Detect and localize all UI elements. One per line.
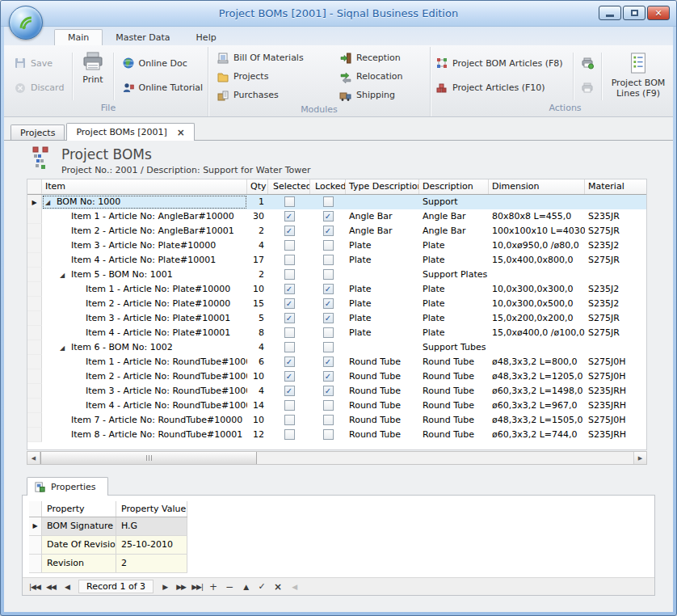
- maximize-button[interactable]: [623, 6, 645, 20]
- last-record-button[interactable]: ▶▶|: [190, 580, 204, 593]
- quick-print-button[interactable]: [577, 53, 598, 73]
- selected-checkbox[interactable]: [284, 196, 295, 207]
- column-header-description[interactable]: Description: [419, 179, 489, 194]
- row-selector[interactable]: [27, 413, 42, 428]
- table-row[interactable]: Item 2 - Article No: AngleBar#100012✓✓An…: [27, 224, 646, 238]
- locked-checkbox[interactable]: [323, 327, 334, 338]
- row-selector[interactable]: [27, 209, 42, 224]
- scrollbar-thumb[interactable]: [40, 452, 257, 464]
- horizontal-scrollbar[interactable]: ◀ ▶: [27, 451, 647, 465]
- table-row[interactable]: ◢Item 6 - BOM No: 10024Support Tubes: [27, 340, 646, 355]
- locked-checkbox[interactable]: ✓: [323, 371, 334, 382]
- selected-checkbox[interactable]: ✓: [284, 386, 295, 396]
- tab-help[interactable]: Help: [183, 30, 229, 45]
- selected-checkbox[interactable]: ✓: [284, 298, 295, 309]
- tab-properties[interactable]: Properties: [27, 477, 108, 496]
- edit-record-button[interactable]: ▲: [238, 580, 253, 593]
- column-header-qty[interactable]: Qty: [247, 179, 268, 194]
- close-button[interactable]: ✕: [647, 6, 670, 20]
- property-value-cell[interactable]: 2: [116, 555, 187, 572]
- selected-checkbox[interactable]: [284, 429, 295, 440]
- property-row-selector[interactable]: [29, 536, 42, 554]
- column-header-locked[interactable]: Locked: [310, 179, 346, 194]
- column-header-selected[interactable]: Selected: [268, 179, 310, 194]
- locked-checkbox[interactable]: ✓: [323, 386, 334, 396]
- purchases-button[interactable]: Purchases: [212, 86, 334, 104]
- selected-checkbox[interactable]: [284, 400, 295, 411]
- doc-tab-projects[interactable]: Projects: [11, 124, 65, 140]
- table-row[interactable]: Item 7 - Article No: RoundTube#1000010Ro…: [27, 413, 646, 428]
- selected-checkbox[interactable]: [284, 269, 295, 280]
- selected-checkbox[interactable]: ✓: [284, 371, 295, 382]
- selected-checkbox[interactable]: ✓: [284, 357, 295, 367]
- column-header-dimension[interactable]: Dimension: [489, 179, 585, 194]
- next-record-button[interactable]: ▶: [158, 580, 172, 593]
- selected-checkbox[interactable]: [284, 327, 295, 338]
- row-selector[interactable]: [27, 340, 42, 355]
- table-row[interactable]: Item 8 - Article No: RoundTube#1000112Ro…: [27, 428, 646, 442]
- expand-icon[interactable]: ◢: [60, 268, 71, 282]
- property-row[interactable]: Date Of Revision25-10-2010: [29, 536, 187, 555]
- projects-button[interactable]: Projects: [212, 67, 334, 86]
- row-selector[interactable]: [27, 238, 42, 253]
- property-row-selector[interactable]: [29, 555, 42, 572]
- locked-checkbox[interactable]: [323, 400, 334, 411]
- scroll-left-button[interactable]: ◀: [27, 452, 40, 464]
- locked-checkbox[interactable]: ✓: [323, 298, 334, 309]
- row-selector[interactable]: [27, 399, 42, 413]
- row-selector[interactable]: [27, 384, 42, 399]
- table-row[interactable]: ▶◢BOM No: 10001Support: [27, 195, 646, 209]
- column-header-property-value[interactable]: Property Value: [116, 501, 187, 517]
- locked-checkbox[interactable]: ✓: [323, 211, 334, 222]
- project-bom-articles-button[interactable]: Project BOM Articles (F8): [431, 55, 570, 71]
- row-selector[interactable]: [27, 369, 42, 384]
- table-row[interactable]: Item 4 - Article No: RoundTube#1000114Ro…: [27, 399, 646, 413]
- first-record-button[interactable]: |◀◀: [27, 580, 42, 593]
- shipping-button[interactable]: Shipping: [334, 86, 430, 104]
- row-selector[interactable]: [27, 253, 42, 268]
- print-button[interactable]: Print: [76, 49, 110, 103]
- row-selector[interactable]: [27, 282, 42, 297]
- locked-checkbox[interactable]: [323, 415, 334, 425]
- locked-checkbox[interactable]: ✓: [323, 357, 334, 367]
- column-header-property[interactable]: Property: [42, 501, 116, 517]
- property-value-cell[interactable]: 25-10-2010: [116, 536, 187, 554]
- next-page-button[interactable]: ▶▶: [174, 580, 188, 593]
- selected-checkbox[interactable]: [284, 255, 295, 265]
- minimize-button[interactable]: [599, 6, 621, 20]
- selected-checkbox[interactable]: [284, 342, 295, 352]
- prev-page-button[interactable]: ◀◀: [44, 580, 58, 593]
- append-record-button[interactable]: +: [206, 580, 221, 593]
- table-row[interactable]: Item 4 - Article No: Plate#100018PlatePl…: [27, 326, 646, 340]
- property-row-selector[interactable]: ▶: [29, 517, 42, 535]
- selected-checkbox[interactable]: ✓: [284, 284, 295, 294]
- locked-checkbox[interactable]: [323, 255, 334, 265]
- row-selector[interactable]: [27, 355, 42, 369]
- table-row[interactable]: Item 1 - Article No: Plate#1000010✓✓Plat…: [27, 282, 646, 297]
- selected-checkbox[interactable]: [284, 240, 295, 251]
- expand-icon[interactable]: ◢: [60, 341, 71, 355]
- row-selector[interactable]: [27, 326, 42, 340]
- table-row[interactable]: Item 4 - Article No: Plate#1000117PlateP…: [27, 253, 646, 268]
- relocation-button[interactable]: Relocation: [334, 67, 430, 86]
- row-selector[interactable]: [27, 297, 42, 311]
- table-row[interactable]: Item 3 - Article No: Plate#100015✓✓Plate…: [27, 311, 646, 326]
- expand-icon[interactable]: ◢: [45, 196, 57, 209]
- online-tutorial-button[interactable]: Online Tutorial: [117, 80, 208, 96]
- property-row[interactable]: Revision2: [29, 555, 187, 573]
- column-header-material[interactable]: Material: [585, 179, 646, 194]
- locked-checkbox[interactable]: [323, 429, 334, 440]
- title-bar[interactable]: Project BOMs [2001] - Siqnal Business Ed…: [1, 1, 676, 27]
- post-edit-button[interactable]: ✓: [254, 580, 269, 593]
- cancel-edit-button[interactable]: ×: [271, 580, 285, 593]
- locked-checkbox[interactable]: ✓: [323, 313, 334, 323]
- delete-record-button[interactable]: −: [222, 580, 237, 593]
- property-row[interactable]: ▶BOM SignatureH.G: [29, 517, 187, 536]
- table-row[interactable]: Item 3 - Article No: RoundTube#100014✓✓R…: [27, 384, 646, 399]
- locked-checkbox[interactable]: ✓: [323, 226, 334, 236]
- table-row[interactable]: Item 1 - Article No: RoundTube#100006✓✓R…: [27, 355, 646, 369]
- locked-checkbox[interactable]: [323, 196, 334, 207]
- application-menu-button[interactable]: [9, 6, 43, 40]
- table-row[interactable]: Item 2 - Article No: Plate#1000015✓✓Plat…: [27, 297, 646, 311]
- property-value-cell[interactable]: H.G: [116, 517, 187, 535]
